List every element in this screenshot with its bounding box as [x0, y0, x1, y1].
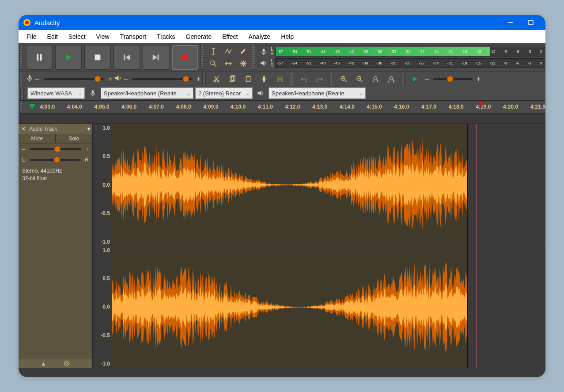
svg-point-16	[211, 61, 215, 65]
timeline-ruler[interactable]: 4:03.04:04.04:05.04:06.04:07.04:08.04:09…	[19, 100, 545, 113]
speaker-icon	[114, 74, 122, 84]
recording-meter[interactable]: -57-54-51-48-45-42-39-36-33-30-27-24-21-…	[275, 47, 544, 57]
playback-device-dropdown[interactable]: Speaker/Headphone (Realte⌄	[269, 87, 366, 99]
svg-rect-37	[263, 76, 265, 82]
svg-rect-55	[92, 90, 94, 94]
skip-start-button[interactable]	[114, 45, 140, 70]
record-button[interactable]	[172, 45, 198, 70]
toolbar-grip[interactable]	[20, 87, 24, 99]
waveform-left-channel[interactable]	[112, 124, 545, 246]
track-options-icon[interactable]	[64, 360, 70, 368]
svg-rect-23	[263, 49, 265, 52]
pan-slider[interactable]	[30, 159, 81, 161]
svg-rect-4	[37, 54, 39, 61]
app-title: Audacity	[34, 19, 60, 26]
copy-button[interactable]	[225, 73, 239, 85]
collapse-button[interactable]: ▲	[41, 361, 46, 367]
menu-help[interactable]: Help	[276, 31, 299, 42]
toolbar-grip[interactable]	[252, 45, 255, 70]
waveform-area[interactable]	[112, 124, 545, 368]
skip-end-button[interactable]	[143, 45, 169, 70]
menu-edit[interactable]: Edit	[42, 31, 63, 42]
mic-icon	[26, 74, 34, 84]
menu-analyze[interactable]: Analyze	[243, 31, 276, 42]
menu-file[interactable]: File	[21, 31, 42, 42]
waveform-right-channel[interactable]	[112, 246, 545, 369]
toolbar-grip[interactable]	[401, 73, 405, 85]
cut-button[interactable]	[209, 73, 223, 85]
trim-button[interactable]	[257, 73, 271, 85]
recording-volume-slider[interactable]	[44, 78, 104, 80]
recording-device-dropdown[interactable]: Speaker/Headphone (Realte⌄	[101, 87, 193, 99]
playback-speed-slider[interactable]	[433, 78, 472, 80]
solo-button[interactable]: Solo	[56, 134, 93, 143]
vol-plus: +	[108, 75, 112, 83]
svg-marker-9	[125, 55, 130, 60]
speaker-icon[interactable]	[258, 59, 269, 67]
mic-icon[interactable]	[258, 48, 269, 56]
paste-button[interactable]	[241, 73, 255, 85]
menu-select[interactable]: Select	[63, 31, 91, 42]
menu-transport[interactable]: Transport	[115, 31, 151, 42]
svg-rect-35	[246, 76, 250, 82]
timeshift-tool[interactable]	[221, 58, 235, 69]
toolbar-grip[interactable]	[329, 73, 333, 85]
svg-point-52	[390, 77, 393, 80]
redo-button[interactable]	[313, 73, 327, 85]
stop-button[interactable]	[84, 45, 111, 70]
amplitude-scale: 1.00.50.0-0.5-1.0 1.00.50.0-0.5-1.0	[93, 124, 112, 368]
pause-button[interactable]	[26, 45, 53, 70]
track-name[interactable]: Audio Track	[29, 126, 57, 132]
audio-host-dropdown[interactable]: Windows WASA⌄	[27, 87, 85, 99]
menu-generate[interactable]: Generate	[181, 31, 217, 42]
svg-marker-25	[261, 60, 264, 66]
silence-button[interactable]	[273, 73, 287, 85]
maximize-button[interactable]	[521, 15, 541, 30]
menu-tracks[interactable]: Tracks	[151, 31, 180, 42]
gain-minus: –	[22, 146, 25, 152]
svg-marker-6	[66, 54, 72, 61]
recording-channels-dropdown[interactable]: 2 (Stereo) Recor⌄	[195, 87, 253, 99]
vol-minus: –	[124, 75, 128, 83]
zoom-out-button[interactable]	[352, 73, 367, 85]
svg-marker-10	[153, 55, 157, 60]
toolbar-area: LR -57-54-51-48-45-42-39-36-33-30-27-24-…	[19, 43, 545, 100]
toolbar-grip[interactable]	[19, 45, 23, 70]
menu-view[interactable]: View	[91, 31, 115, 42]
quick-play-marker[interactable]	[478, 102, 484, 107]
mic-icon	[87, 87, 99, 99]
multi-tool[interactable]	[236, 58, 250, 69]
playback-volume-slider[interactable]	[132, 78, 192, 80]
track-menu-button[interactable]: ▼	[86, 126, 91, 132]
toolbar-grip[interactable]	[201, 45, 204, 70]
cursor-line	[477, 246, 477, 368]
titlebar[interactable]: Audacity	[19, 15, 545, 30]
close-track-button[interactable]: ✕	[19, 126, 27, 132]
cursor-line	[477, 124, 477, 246]
envelope-tool[interactable]	[221, 45, 235, 57]
svg-rect-36	[247, 76, 250, 77]
fit-selection-button[interactable]	[368, 73, 382, 85]
toolbar-grip[interactable]	[19, 101, 23, 113]
play-button[interactable]	[55, 45, 82, 70]
menu-effect[interactable]: Effect	[217, 31, 243, 42]
draw-tool[interactable]	[236, 45, 250, 57]
mute-button[interactable]: Mute	[19, 134, 56, 143]
toolbar-grip[interactable]	[202, 73, 206, 85]
zoom-tool[interactable]	[206, 58, 220, 69]
toolbar-grip[interactable]	[290, 73, 293, 85]
svg-line-44	[344, 80, 347, 82]
fit-project-button[interactable]	[384, 73, 398, 85]
zoom-in-button[interactable]	[337, 73, 351, 85]
pan-l: L	[22, 157, 25, 163]
minimize-button[interactable]	[500, 15, 521, 30]
playback-meter[interactable]: -57-54-51-48-45-42-39-36-33-30-27-24-21-…	[275, 58, 544, 68]
gain-slider[interactable]	[30, 148, 81, 150]
playhead-marker[interactable]	[28, 103, 36, 110]
undo-button[interactable]	[297, 73, 311, 85]
selection-tool[interactable]	[206, 45, 220, 57]
svg-rect-7	[95, 55, 101, 60]
track-bit-info: 32-bit float	[22, 175, 89, 182]
play-at-speed-button[interactable]	[408, 73, 422, 85]
toolbar-grip[interactable]	[19, 73, 23, 85]
